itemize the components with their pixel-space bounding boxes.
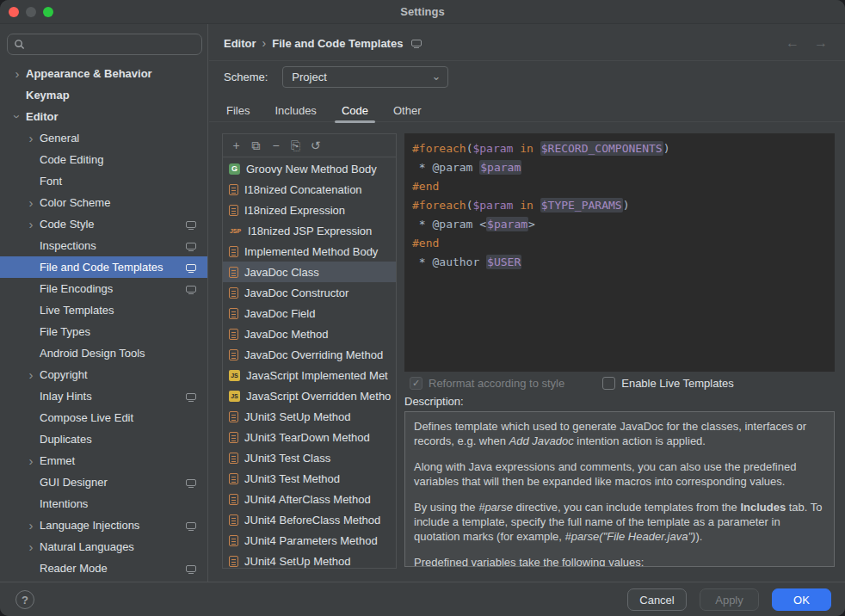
reset-to-default-icon[interactable]: ↺: [305, 136, 325, 155]
template-item-label: Implemented Method Body: [244, 245, 378, 258]
template-item-junit4-parameters-method[interactable]: JUnit4 Parameters Method: [223, 530, 396, 551]
sidebar-item-reader-mode[interactable]: Reader Mode: [0, 557, 207, 579]
minimize-button-icon[interactable]: [26, 7, 36, 17]
sidebar-item-color-scheme[interactable]: ›Color Scheme: [0, 192, 207, 213]
tab-code[interactable]: Code: [341, 98, 369, 122]
sidebar-item-keymap[interactable]: Keymap: [0, 84, 207, 106]
sidebar-item-editor[interactable]: ›Editor: [0, 106, 207, 127]
add-template-icon[interactable]: +: [226, 136, 246, 155]
template-item-javadoc-overriding-method[interactable]: JavaDoc Overriding Method: [223, 344, 396, 365]
sidebar-item-label: General: [38, 132, 79, 145]
sidebar-item-live-templates[interactable]: Live Templates: [0, 299, 207, 321]
chevron-right-icon[interactable]: ›: [24, 196, 38, 209]
sidebar-item-code-style[interactable]: ›Code Style: [0, 213, 207, 235]
sidebar-item-general[interactable]: ›General: [0, 127, 207, 149]
sidebar-item-inlay-hints[interactable]: Inlay Hints: [0, 385, 207, 407]
template-item-implemented-method-body[interactable]: Implemented Method Body: [223, 241, 396, 262]
sidebar-item-duplicates[interactable]: Duplicates: [0, 428, 207, 450]
sidebar-item-android-design-tools[interactable]: Android Design Tools: [0, 342, 207, 364]
sidebar-item-emmet[interactable]: ›Emmet: [0, 450, 207, 471]
reformat-checkbox[interactable]: ✓ Reformat according to style: [410, 377, 564, 390]
sidebar-item-gui-designer[interactable]: GUI Designer: [0, 471, 207, 493]
tab-includes[interactable]: Includes: [274, 98, 317, 122]
enable-live-templates-checkbox[interactable]: Enable Live Templates: [602, 377, 734, 390]
back-icon[interactable]: ←: [786, 34, 799, 52]
template-item-junit4-setup-method[interactable]: JUnit4 SetUp Method: [223, 551, 396, 568]
scheme-dropdown[interactable]: Project ⌄: [282, 66, 448, 88]
titlebar[interactable]: Settings: [0, 0, 845, 24]
sidebar-item-compose-live-edit[interactable]: Compose Live Edit: [0, 407, 207, 428]
sidebar-item-file-and-code-templates[interactable]: File and Code Templates: [0, 256, 207, 278]
template-item-junit3-test-class[interactable]: JUnit3 Test Class: [223, 447, 396, 468]
template-file-icon: [229, 267, 238, 278]
sidebar-item-inspections[interactable]: Inspections: [0, 235, 207, 256]
forward-icon[interactable]: →: [814, 34, 828, 52]
tab-files[interactable]: Files: [225, 98, 250, 122]
template-item-i18nized-expression[interactable]: I18nized Expression: [223, 200, 396, 220]
description-panel[interactable]: Defines template which used to generate …: [404, 411, 835, 567]
template-item-i18nized-jsp-expression[interactable]: JSPI18nized JSP Expression: [223, 220, 396, 241]
template-item-label: JavaDoc Class: [244, 266, 319, 279]
sidebar-item-copyright[interactable]: ›Copyright: [0, 364, 207, 385]
chevron-right-icon[interactable]: ›: [10, 67, 24, 80]
cancel-button[interactable]: Cancel: [627, 588, 687, 611]
template-list[interactable]: GGroovy New Method BodyI18nized Concaten…: [223, 158, 396, 568]
sidebar-item-appearance-behavior[interactable]: ›Appearance & Behavior: [0, 63, 207, 84]
chevron-right-icon[interactable]: ›: [24, 368, 38, 381]
tab-other[interactable]: Other: [392, 98, 422, 122]
template-item-groovy-new-method-body[interactable]: GGroovy New Method Body: [223, 158, 396, 179]
template-item-junit4-afterclass-method[interactable]: JUnit4 AfterClass Method: [223, 489, 396, 509]
chevron-right-icon[interactable]: ›: [24, 454, 38, 467]
template-item-junit4-beforeclass-method[interactable]: JUnit4 BeforeClass Method: [223, 509, 396, 530]
scheme-row: Scheme: Project ⌄: [224, 66, 448, 88]
code-token: $param: [472, 142, 513, 155]
close-button-icon[interactable]: [9, 7, 19, 17]
template-item-junit3-setup-method[interactable]: JUnit3 SetUp Method: [223, 406, 396, 427]
remove-template-icon[interactable]: −: [266, 136, 286, 155]
chevron-right-icon[interactable]: ›: [24, 519, 38, 532]
code-token: * @author: [412, 256, 486, 268]
template-item-label: JUnit3 TearDown Method: [244, 431, 370, 444]
ok-button[interactable]: OK: [772, 588, 831, 611]
code-line: #foreach($param in $TYPE_PARAMS): [412, 196, 827, 215]
template-item-junit3-teardown-method[interactable]: JUnit3 TearDown Method: [223, 427, 396, 447]
template-item-javadoc-field[interactable]: JavaDoc Field: [223, 303, 396, 323]
live-templates-label: Enable Live Templates: [621, 377, 734, 390]
description-text: Includes: [740, 501, 786, 514]
template-item-label: JavaDoc Method: [244, 328, 329, 341]
template-item-javascript-implemented-met[interactable]: JSJavaScript Implemented Met: [223, 365, 396, 385]
sidebar-item-language-injections[interactable]: ›Language Injections: [0, 514, 207, 536]
template-item-javadoc-method[interactable]: JavaDoc Method: [223, 323, 396, 344]
template-item-label: JavaScript Overridden Metho: [246, 390, 391, 403]
template-item-javascript-overridden-metho[interactable]: JSJavaScript Overridden Metho: [223, 385, 396, 406]
code-token: $param: [486, 217, 528, 231]
template-item-javadoc-class[interactable]: JavaDoc Class: [223, 262, 396, 282]
help-button[interactable]: ?: [15, 590, 34, 609]
create-child-template-icon[interactable]: ⧉: [246, 136, 266, 155]
footer: ? Cancel Apply OK: [0, 582, 845, 616]
breadcrumb-editor[interactable]: Editor: [224, 37, 256, 50]
chevron-right-icon[interactable]: ›: [24, 218, 38, 231]
template-item-i18nized-concatenation[interactable]: I18nized Concatenation: [223, 179, 396, 200]
zoom-button-icon[interactable]: [43, 7, 53, 17]
sidebar-item-file-types[interactable]: File Types: [0, 321, 207, 342]
copy-template-icon[interactable]: ⎘: [286, 136, 305, 155]
template-item-javadoc-constructor[interactable]: JavaDoc Constructor: [223, 282, 396, 303]
search-input[interactable]: [29, 38, 195, 51]
chevron-right-icon[interactable]: ›: [24, 540, 38, 553]
template-file-icon: [229, 514, 238, 526]
template-item-junit3-test-method[interactable]: JUnit3 Test Method: [223, 468, 396, 489]
chevron-down-icon[interactable]: ›: [11, 110, 24, 124]
sidebar-item-file-encodings[interactable]: File Encodings: [0, 278, 207, 299]
sidebar-item-label: Live Templates: [38, 304, 114, 317]
template-item-label: JavaDoc Overriding Method: [244, 348, 383, 361]
sidebar-item-natural-languages[interactable]: ›Natural Languages: [0, 536, 207, 557]
chevron-right-icon[interactable]: ›: [24, 132, 38, 145]
settings-search[interactable]: [7, 34, 202, 55]
sidebar-item-font[interactable]: Font: [0, 170, 207, 192]
sidebar-item-intentions[interactable]: Intentions: [0, 493, 207, 514]
apply-button[interactable]: Apply: [700, 588, 759, 611]
template-editor[interactable]: #foreach($param in $RECORD_COMPONENTS) *…: [404, 133, 835, 372]
code-line: #end: [412, 177, 827, 196]
sidebar-item-code-editing[interactable]: Code Editing: [0, 149, 207, 170]
